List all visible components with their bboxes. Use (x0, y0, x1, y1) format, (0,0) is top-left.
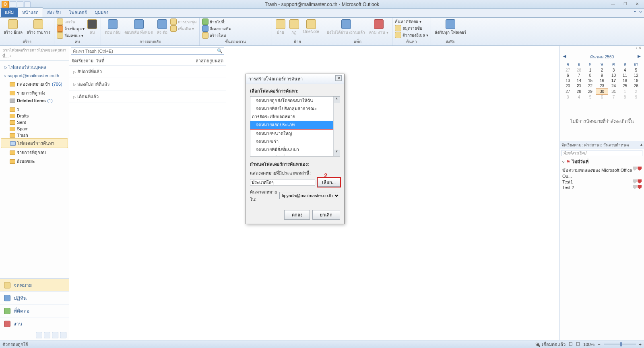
calendar-day[interactable]: 30 (596, 89, 608, 95)
date-group-last-week[interactable]: สัปดาห์ที่แล้ว (69, 66, 226, 78)
calendar-day[interactable]: 13 (562, 78, 574, 83)
search-folder-listbox[interactable]: จดหมายถูกส่งโดยตรงมาให้ฉัน จดหมายที่ส่งไ… (250, 96, 340, 156)
cal-next-icon[interactable]: ▶ (638, 54, 641, 58)
close-button[interactable]: ✕ (632, 2, 642, 7)
qat-save-icon[interactable] (10, 1, 16, 8)
task-item-3[interactable]: Test 2 (560, 185, 644, 190)
reply-all-button[interactable]: ตอบกลับ ทั้งหมด (123, 19, 154, 36)
folder-search-folders[interactable]: โฟลเดอร์การค้นหา (1, 138, 68, 148)
task-group-nodate[interactable]: ▿ ⚑ ไม่มีวันที่ (560, 157, 644, 166)
categories-input[interactable] (250, 179, 315, 185)
date-group-last-month[interactable]: เดือนที่แล้ว (69, 91, 226, 103)
calendar-day[interactable]: 9 (596, 73, 608, 78)
calendar-day[interactable]: 23 (596, 83, 608, 89)
zoom-slider[interactable] (604, 344, 636, 345)
cancel-button[interactable]: ยกเลิก (312, 210, 340, 220)
task-item-1[interactable]: ข้อความทดลองของ Microsoft Office Ou... (560, 166, 644, 179)
reply-button[interactable]: ตอบ กลับ (103, 19, 122, 36)
calendar-day[interactable]: 4 (619, 68, 631, 73)
folder-trash[interactable]: Trash (1, 132, 68, 138)
calendar-day[interactable]: 2 (630, 89, 642, 95)
nav-folders-icon[interactable] (44, 332, 50, 338)
calendar-day[interactable]: 11 (619, 73, 631, 78)
calendar-day[interactable]: 5 (584, 95, 596, 100)
cal-prev-icon[interactable]: ◀ (563, 54, 566, 58)
nav-contacts-button[interactable]: ที่ติดต่อ (0, 305, 69, 317)
calendar-day[interactable]: 1 (584, 68, 596, 73)
more-respond-button[interactable]: เพิ่มเติม ▾ (170, 25, 197, 32)
calendar-day[interactable]: 15 (584, 78, 596, 83)
calendar-day[interactable]: 17 (608, 78, 619, 83)
folder-sent-items[interactable]: รายการที่ถูกส่ง (1, 89, 68, 97)
calendar-day[interactable]: 2 (596, 68, 608, 73)
folder-junk[interactable]: อีเมลขยะ (1, 157, 68, 166)
followup-button[interactable]: ตาม งาน ▾ (368, 19, 390, 36)
date-group-two-weeks[interactable]: สองสัปดาห์ที่แล้ว (69, 78, 226, 91)
favorites-header[interactable]: ▷ โฟลเดอร์ส่วนบุคคล (1, 62, 68, 72)
ok-button[interactable]: ตกลง (284, 210, 310, 220)
nav-mail-button[interactable]: จดหมาย (0, 279, 69, 292)
choose-button[interactable]: เลือก... (318, 178, 340, 187)
calendar-day[interactable]: 14 (574, 78, 585, 83)
rules-button[interactable]: กฎ (288, 19, 300, 36)
task-item-2[interactable]: Test1 (560, 179, 644, 185)
view-reading-icon[interactable]: ☐ (576, 342, 580, 347)
meeting-button[interactable]: การประชุม (170, 19, 197, 25)
dialog-close-button[interactable]: ✕ (335, 75, 342, 81)
calendar-day[interactable]: 7 (608, 95, 619, 100)
calendar-day[interactable]: 31 (608, 89, 619, 95)
list-item[interactable]: จดหมายที่มีคำที่ระบุ (250, 154, 340, 156)
calendar-day[interactable]: 25 (619, 83, 631, 89)
calendar-day[interactable]: 3 (608, 68, 619, 73)
list-item[interactable]: จดหมายที่มีสิ่งที่แนบมา (250, 146, 340, 154)
list-item[interactable]: จดหมายเก่า (250, 138, 340, 146)
qat-dropdown-icon[interactable] (24, 1, 31, 8)
folder-all-deleted[interactable]: รายการที่ถูกลบ (1, 148, 68, 157)
calendar-day[interactable]: 6 (562, 73, 574, 78)
tab-folder[interactable]: โฟลเดอร์ (65, 8, 91, 17)
forward-button[interactable]: ส่ง ต่อ (156, 19, 169, 36)
calendar-day[interactable]: 26 (630, 83, 642, 89)
tab-home[interactable]: หน้าแรก (18, 7, 43, 17)
new-email-button[interactable]: สร้าง อีเมล (2, 19, 24, 36)
calendar-day[interactable]: 28 (574, 68, 585, 73)
sort-direction-label[interactable]: ล่าสุดอยู่บนสุด (196, 57, 223, 64)
new-task-input[interactable] (561, 150, 642, 156)
date-navigator[interactable]: ◀มีนาคม 2560▶ จอพพศสอา272812345678910111… (560, 51, 644, 101)
calendar-day[interactable]: 29 (584, 89, 596, 95)
calendar-day[interactable]: 10 (608, 73, 619, 78)
task-sort-arrow-icon[interactable]: ▴ (640, 142, 642, 148)
minimize-ribbon-icon[interactable]: ⌃ (633, 10, 637, 15)
zoom-out-button[interactable]: − (598, 342, 600, 347)
list-item[interactable]: จดหมายที่ส่งไปยังกลุ่มสาธารณะ (250, 105, 340, 113)
search-input[interactable] (71, 47, 224, 55)
folder-sent[interactable]: Sent (1, 119, 68, 126)
calendar-grid[interactable]: จอพพศสอา27281234567891011121314151617181… (562, 61, 642, 100)
calendar-day[interactable]: 21 (574, 83, 585, 89)
calendar-day[interactable]: 16 (596, 78, 608, 83)
quickstep-create[interactable]: สร้างใหม่ (202, 32, 269, 39)
listbox-scrollbar[interactable]: ▲▼ (333, 97, 340, 156)
todo-collapse-button[interactable]: › ✕ (560, 46, 644, 51)
new-items-button[interactable]: สร้าง รายการ (25, 19, 52, 36)
task-sort-label[interactable]: จัดเรียงตาม: ค่าสถานะ: วันครบกำหนด (561, 142, 629, 148)
nav-notes-icon[interactable] (36, 332, 42, 338)
calendar-day[interactable]: 12 (630, 73, 642, 78)
quickstep-moveto[interactable]: ย้ายไปที่: (202, 19, 269, 25)
sort-by-label[interactable]: จัดเรียงตาม: วันที่ (72, 57, 104, 64)
nav-shortcuts-icon[interactable] (52, 332, 58, 338)
filter-email-button[interactable]: ตัวกรองอีเมล ▾ (395, 32, 428, 38)
folder-deleted-items[interactable]: Deleted Items (1) (1, 97, 68, 104)
search-in-select[interactable]: tipyada@mailmaster.co.th (279, 192, 340, 199)
zoom-in-button[interactable]: + (639, 342, 642, 347)
calendar-day[interactable]: 9 (630, 95, 642, 100)
folder-1[interactable]: 1 (1, 106, 68, 113)
send-receive-all-button[interactable]: ส่ง/รับทุก โฟลเดอร์ (433, 19, 468, 36)
calendar-day[interactable]: 20 (562, 83, 574, 89)
nav-configure-icon[interactable] (60, 332, 66, 338)
calendar-day[interactable]: 22 (584, 83, 596, 89)
calendar-day[interactable]: 19 (630, 78, 642, 83)
ignore-button[interactable]: ละเว้น (57, 19, 85, 25)
quickstep-teammail[interactable]: อีเมลของทีม (202, 25, 269, 32)
folder-drafts[interactable]: Drafts (1, 113, 68, 119)
